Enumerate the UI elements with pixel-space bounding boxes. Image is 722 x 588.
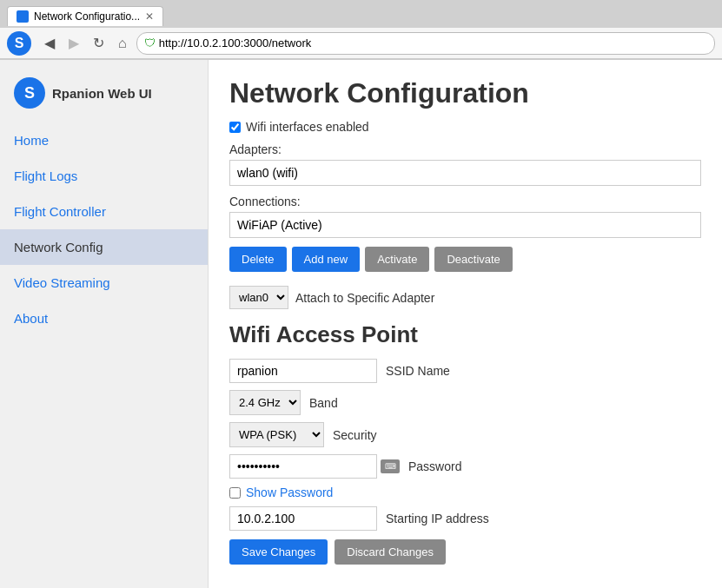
ssid-input[interactable] <box>229 359 377 383</box>
attach-adapter-select[interactable]: wlan0 <box>229 286 288 309</box>
ssid-label: SSID Name <box>386 364 450 378</box>
security-row: WPA (PSK) WPA2 (PSK) None Security <box>229 422 701 447</box>
home-button[interactable]: ⌂ <box>114 34 131 53</box>
sidebar-item-flight-controller[interactable]: Flight Controller <box>0 194 208 229</box>
ip-input[interactable] <box>229 506 377 531</box>
password-row: ⌨ Password <box>229 454 701 479</box>
activate-button[interactable]: Activate <box>365 247 429 272</box>
password-input[interactable] <box>229 454 377 479</box>
add-new-button[interactable]: Add new <box>292 247 361 272</box>
adapters-label: Adapters: <box>229 142 701 156</box>
wifi-ap-title: Wifi Access Point <box>229 321 701 348</box>
forward-button[interactable]: ▶ <box>64 33 83 53</box>
keyboard-icon: ⌨ <box>381 459 400 473</box>
tab-bar: Network Configuratio... ✕ <box>0 0 722 28</box>
show-password-row: Show Password <box>229 486 701 499</box>
wifi-enabled-row: Wifi interfaces enabled <box>229 120 701 134</box>
reload-button[interactable]: ↻ <box>89 33 109 53</box>
back-button[interactable]: ◀ <box>40 33 59 53</box>
sidebar: S Rpanion Web UI Home Flight Logs Flight… <box>0 60 209 588</box>
sidebar-label-video-streaming: Video Streaming <box>14 275 110 290</box>
ip-row: Starting IP address <box>229 506 701 531</box>
logo-letter: S <box>24 84 35 102</box>
wifi-enabled-checkbox[interactable] <box>229 122 241 133</box>
nav-bar: S ◀ ▶ ↻ ⌂ 🛡 <box>0 28 722 59</box>
connections-input[interactable] <box>229 212 701 238</box>
band-label: Band <box>309 396 338 410</box>
sidebar-label-flight-controller: Flight Controller <box>14 204 106 219</box>
tab-favicon <box>17 10 29 23</box>
security-select[interactable]: WPA (PSK) WPA2 (PSK) None <box>229 422 324 447</box>
band-select[interactable]: 2.4 GHz 5 GHz <box>229 390 301 415</box>
action-btn-row: Save Changes Discard Changes <box>229 539 701 565</box>
browser-logo: S <box>7 31 31 56</box>
sidebar-item-flight-logs[interactable]: Flight Logs <box>0 158 208 194</box>
active-tab[interactable]: Network Configuratio... ✕ <box>7 6 163 26</box>
sidebar-logo-icon: S <box>14 77 45 109</box>
security-label: Security <box>333 428 377 442</box>
password-label: Password <box>408 459 461 473</box>
connections-label: Connections: <box>229 195 701 208</box>
sidebar-label-home: Home <box>14 133 49 148</box>
sidebar-item-home[interactable]: Home <box>0 122 208 158</box>
address-bar[interactable] <box>159 36 707 50</box>
attach-label: Attach to Specific Adapter <box>295 291 434 305</box>
main-content: Network Configuration Wifi interfaces en… <box>209 60 722 588</box>
sidebar-label-network-config: Network Config <box>14 240 103 254</box>
sidebar-item-about[interactable]: About <box>0 301 208 336</box>
tab-close-icon[interactable]: ✕ <box>145 10 154 23</box>
secure-icon: 🛡 <box>144 36 156 50</box>
discard-button[interactable]: Discard Changes <box>335 539 446 565</box>
ip-label: Starting IP address <box>386 512 489 525</box>
connection-btn-row: Delete Add new Activate Deactivate <box>229 247 701 272</box>
sidebar-app-title: Rpanion Web UI <box>52 86 152 101</box>
wifi-enabled-label: Wifi interfaces enabled <box>246 120 369 134</box>
delete-button[interactable]: Delete <box>229 247 287 272</box>
page-title: Network Configuration <box>229 77 701 109</box>
band-row: 2.4 GHz 5 GHz Band <box>229 390 701 415</box>
sidebar-logo: S Rpanion Web UI <box>0 67 208 122</box>
sidebar-item-network-config[interactable]: Network Config <box>0 229 208 265</box>
sidebar-label-flight-logs: Flight Logs <box>14 168 77 183</box>
show-password-label: Show Password <box>246 486 333 499</box>
attach-row: wlan0 Attach to Specific Adapter <box>229 286 701 309</box>
ssid-row: SSID Name <box>229 359 701 383</box>
password-field-wrapper: ⌨ <box>229 454 400 479</box>
app-container: S Rpanion Web UI Home Flight Logs Flight… <box>0 60 722 588</box>
deactivate-button[interactable]: Deactivate <box>434 247 512 272</box>
sidebar-item-video-streaming[interactable]: Video Streaming <box>0 265 208 301</box>
sidebar-label-about: About <box>14 311 48 326</box>
save-button[interactable]: Save Changes <box>229 539 328 565</box>
address-bar-wrapper: 🛡 <box>136 32 715 55</box>
tab-label: Network Configuratio... <box>34 10 140 23</box>
sidebar-nav: Home Flight Logs Flight Controller Netwo… <box>0 122 208 336</box>
browser-chrome: Network Configuratio... ✕ S ◀ ▶ ↻ ⌂ 🛡 <box>0 0 722 60</box>
show-password-checkbox[interactable] <box>229 487 241 499</box>
adapters-input[interactable] <box>229 160 701 186</box>
